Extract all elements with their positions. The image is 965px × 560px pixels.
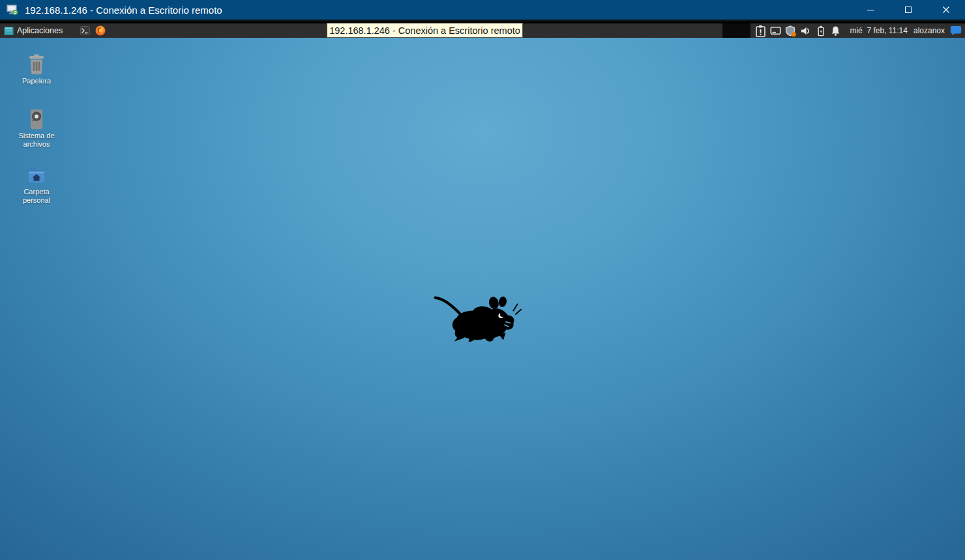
filesystem-drive-icon: [25, 108, 48, 130]
rdp-window: 192.168.1.246 - Conexión a Escritorio re…: [0, 0, 965, 560]
close-icon: [942, 6, 950, 14]
applications-menu-label: Aplicaciones: [17, 26, 63, 35]
chat-icon[interactable]: [950, 25, 962, 36]
window-controls: [852, 0, 965, 20]
terminal-launcher[interactable]: [80, 25, 90, 36]
maximize-icon: [905, 7, 912, 13]
home-folder-icon: [25, 164, 48, 186]
close-button[interactable]: [927, 0, 965, 20]
applications-menu-icon: [4, 26, 14, 36]
connection-bar-tooltip: 192.168.1.246 - Conexión a Escritorio re…: [327, 23, 523, 38]
display-icon[interactable]: [769, 25, 782, 37]
window-titlebar: 192.168.1.246 - Conexión a Escritorio re…: [0, 0, 965, 22]
panel-clock[interactable]: mié 7 feb, 11:14: [850, 26, 908, 35]
desktop-icon-label: Sistema de archivos: [10, 132, 63, 148]
remote-desktop-icon[interactable]: [6, 3, 19, 16]
trash-icon: [25, 53, 48, 76]
firefox-launcher[interactable]: [95, 25, 106, 36]
window-title: 192.168.1.246 - Conexión a Escritorio re…: [25, 5, 222, 16]
desktop-icon-trash[interactable]: Papelera: [10, 53, 63, 85]
xfce-mouse-logo: [433, 293, 522, 342]
notifications-bell-icon[interactable]: [829, 25, 842, 37]
desktop-icon-filesystem[interactable]: Sistema de archivos: [10, 108, 63, 148]
connection-bar-text: 192.168.1.246 - Conexión a Escritorio re…: [329, 25, 520, 36]
desktop-icon-label: Papelera: [10, 77, 63, 85]
panel-tray: mié 7 feb, 11:14 alozanox: [722, 23, 965, 38]
clipboard-alert-icon[interactable]: [754, 25, 767, 37]
panel-username[interactable]: alozanox: [913, 26, 945, 35]
terminal-icon: [80, 26, 90, 35]
firefox-icon: [95, 25, 106, 36]
minimize-icon: [867, 10, 874, 10]
applications-menu-button[interactable]: Aplicaciones: [0, 23, 67, 38]
shield-update-icon[interactable]: [784, 25, 797, 37]
minimize-button[interactable]: [852, 0, 889, 20]
maximize-button[interactable]: [889, 0, 927, 20]
volume-icon[interactable]: [799, 25, 812, 37]
panel-launchers: [80, 25, 106, 36]
desktop-icon-label: Carpeta personal: [10, 188, 63, 204]
desktop-icon-home[interactable]: Carpeta personal: [10, 164, 63, 204]
remote-desktop-area: Papelera Sistema de archivos Carpeta per…: [0, 38, 965, 560]
systray-empty-area: [722, 23, 750, 38]
battery-icon[interactable]: [814, 25, 827, 37]
